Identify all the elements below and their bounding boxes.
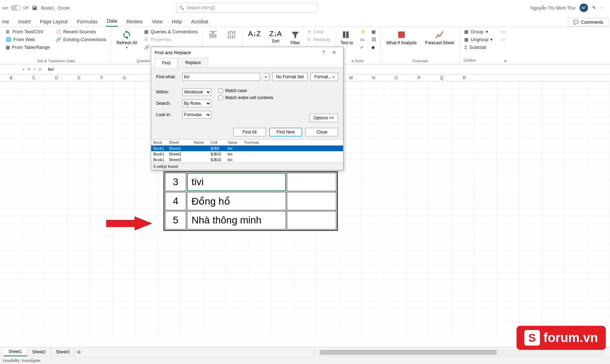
group-button[interactable]: ▦Group ▾	[463, 28, 494, 35]
table-row[interactable]: 3tivi	[165, 173, 336, 191]
minimize-icon[interactable]: —	[600, 5, 604, 10]
column-header[interactable]: P	[408, 74, 431, 81]
column-header[interactable]: Q	[431, 74, 453, 81]
recent-sources-button[interactable]: 🕓Recent Sources	[55, 28, 107, 35]
dropdown-icon[interactable]: ▾	[263, 73, 269, 81]
tab-help[interactable]: Help	[171, 17, 183, 27]
tab-home[interactable]: me	[1, 17, 10, 27]
forecast-button[interactable]: Forecast Sheet	[423, 28, 456, 47]
properties-button[interactable]: ☰Properties	[143, 36, 199, 43]
close-icon[interactable]: ✕	[329, 50, 340, 55]
tab-review[interactable]: Review	[126, 17, 143, 27]
ungroup-button[interactable]: ▦Ungroup ▾	[463, 36, 494, 43]
find-next-button[interactable]: Find Next	[269, 128, 302, 136]
within-select[interactable]: Workbook	[182, 88, 211, 96]
column-header[interactable]: N	[363, 74, 385, 81]
launcher-icon[interactable]: ◢	[503, 58, 507, 63]
result-row[interactable]: Book1Sheet3$J$10tivi	[151, 157, 343, 163]
accessibility-status[interactable]: cessibility: Investigate	[3, 358, 40, 363]
remove-duplicates-button[interactable]: ▭	[359, 36, 366, 43]
table-row[interactable]: 4Đồng hồ	[165, 192, 336, 210]
help-icon[interactable]: ?	[318, 50, 329, 55]
consolidate-button[interactable]: ▦	[371, 28, 377, 35]
horizontal-scrollbar[interactable]	[313, 349, 603, 356]
show-detail-button[interactable]: +=	[500, 28, 507, 35]
sort-button[interactable]: Z↓ASort	[267, 28, 284, 45]
status-bar: cessibility: Investigate	[0, 356, 610, 364]
column-header[interactable]: F	[91, 74, 113, 81]
data-validation-button[interactable]: ✓	[359, 44, 366, 51]
replace-tab[interactable]: Replace	[178, 58, 208, 67]
text-to-columns-button[interactable]: Text to	[338, 28, 355, 47]
tab-insert[interactable]: Insert	[17, 17, 31, 27]
avatar[interactable]: NT	[580, 4, 588, 12]
tab-view[interactable]: View	[151, 17, 163, 27]
from-table-button[interactable]: ▦From Table/Range	[5, 44, 51, 51]
column-header[interactable]: E	[68, 74, 91, 81]
search-select[interactable]: By Rows	[182, 99, 211, 107]
queries-connections-button[interactable]: ▦Queries & Connections	[143, 28, 199, 35]
sheet-tab-3[interactable]: Sheet3	[51, 348, 75, 356]
hide-detail-button[interactable]: -=	[500, 36, 507, 43]
result-row[interactable]: Book1Sheet1$J$9tivi	[151, 146, 343, 151]
tab-acrobat[interactable]: Acrobat	[190, 17, 209, 27]
format-button[interactable]: Format...▾	[310, 73, 338, 81]
fx-icon[interactable]: fx	[39, 67, 42, 72]
no-format-button[interactable]: No Format Set	[272, 73, 308, 81]
save-icon[interactable]	[32, 5, 38, 11]
reapply-button[interactable]: ↻Reapply	[307, 36, 331, 43]
tab-data[interactable]: Data	[106, 16, 118, 27]
column-header[interactable]: G	[113, 74, 136, 81]
tab-page-layout[interactable]: Page Layout	[39, 17, 68, 27]
find-all-button[interactable]: Find All	[233, 128, 266, 136]
from-text-csv-button[interactable]: 🗎From Text/CSV	[5, 28, 51, 35]
find-tab[interactable]: Find	[155, 58, 178, 68]
enter-icon[interactable]: ✓	[33, 67, 36, 72]
search-input[interactable]: 🔍 Search (Alt+Q)	[176, 3, 318, 13]
from-web-button[interactable]: 🌐From Web	[5, 36, 51, 43]
geography-button[interactable]	[224, 28, 239, 41]
match-entire-checkbox[interactable]	[218, 96, 223, 100]
group-label: Get & Transform Data	[5, 58, 107, 64]
table-row[interactable]: 5Nhà thông minh	[165, 211, 336, 229]
data-model-button[interactable]: ◆	[371, 44, 377, 51]
lookin-select[interactable]: Formulas	[182, 111, 211, 119]
options-button[interactable]: Options <<	[309, 114, 338, 122]
filter-button[interactable]: Filter	[288, 28, 302, 47]
relationships-button[interactable]: ⛓	[371, 36, 377, 43]
column-header[interactable]: R	[453, 74, 476, 81]
user-name[interactable]: Nguyễn Thị Minh Thư	[531, 5, 575, 11]
pen-icon[interactable]: ✎	[592, 5, 596, 10]
refresh-all-button[interactable]: Refresh All▾	[114, 28, 139, 51]
match-case-checkbox[interactable]	[218, 89, 223, 93]
autosave-toggle[interactable]: ave Off	[2, 5, 28, 11]
globe-icon: 🌐	[6, 37, 11, 42]
ribbon-tabs: me Insert Page Layout Formulas Data Revi…	[0, 16, 610, 27]
clear-button[interactable]: ✕Clear	[307, 28, 331, 35]
sort-az-button[interactable]: A↓Z	[246, 28, 263, 39]
sheet-tab-1[interactable]: Sheet1	[4, 348, 27, 356]
existing-connections-button[interactable]: 🔗Existing Connections	[55, 36, 107, 43]
stocks-button[interactable]	[206, 28, 220, 41]
whatif-button[interactable]: What-If Analysis	[384, 28, 419, 47]
result-row[interactable]: Book1Sheet2$J$10tivi	[151, 151, 343, 157]
dup-icon: ▭	[360, 37, 364, 42]
close-button[interactable]: Close	[306, 128, 338, 136]
flash-fill-button[interactable]: ⚡	[359, 28, 366, 35]
sheet-tab-2[interactable]: Sheet2	[27, 348, 51, 356]
name-box[interactable]	[2, 66, 20, 73]
refresh-icon	[122, 30, 132, 40]
comments-button[interactable]: 💬 Comments	[568, 18, 609, 27]
dropdown-icon[interactable]: ▾	[23, 68, 24, 71]
add-sheet-button[interactable]: ⊕	[75, 349, 83, 355]
find-replace-dialog: Find and Replace ? ✕ Find Replace Find w…	[151, 47, 343, 170]
subtotal-button[interactable]: ΣSubtotal	[463, 44, 494, 51]
subtotal-icon: Σ	[464, 45, 467, 50]
column-header[interactable]: B	[0, 74, 23, 81]
column-header[interactable]: C	[23, 74, 45, 81]
column-header[interactable]: D	[45, 74, 68, 81]
cancel-icon[interactable]: ✕	[27, 67, 31, 72]
column-header[interactable]: O	[385, 74, 408, 81]
tab-formulas[interactable]: Formulas	[76, 17, 98, 27]
find-what-input[interactable]	[182, 73, 260, 81]
